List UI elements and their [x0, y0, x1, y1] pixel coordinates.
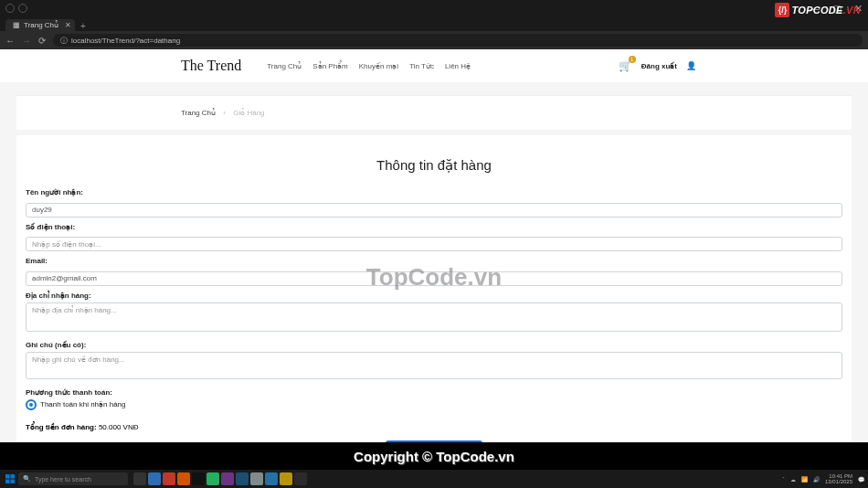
textarea-note[interactable] — [26, 352, 842, 379]
nav-back-icon[interactable]: ← — [5, 36, 15, 46]
nav-reload-icon[interactable]: ⟳ — [38, 36, 46, 46]
site-brand[interactable]: The Trend — [181, 58, 241, 74]
clock-date: 13/01/2025 — [825, 479, 852, 484]
taskbar-app-icon[interactable] — [236, 472, 249, 485]
browser-toolbar: ← → ⟳ ⓘ localhost/TheTrend/?act=dathang — [0, 31, 868, 49]
svg-rect-0 — [5, 474, 10, 479]
nav-forward-icon[interactable]: → — [22, 36, 31, 46]
logout-link[interactable]: Đăng xuất — [641, 62, 677, 70]
taskbar-app-icon[interactable] — [294, 472, 307, 485]
site-header: The Trend Trang Chủ Sản Phẩm Khuyến mại … — [0, 49, 868, 82]
taskbar-tray[interactable]: ˄ ☁ 📶 🔊 10:41 PM 13/01/2025 💬 — [782, 473, 864, 484]
user-icon[interactable]: 👤 — [686, 61, 696, 70]
label-email: Email: — [26, 257, 842, 265]
main-nav: Trang Chủ Sản Phẩm Khuyến mại Tin Tức Li… — [267, 62, 471, 70]
tray-chevron-up-icon[interactable]: ˄ — [782, 476, 785, 483]
order-total-value: 50.000 VNĐ — [99, 423, 139, 431]
input-phone[interactable] — [26, 237, 842, 251]
taskbar-app-icon[interactable] — [265, 472, 278, 485]
svg-rect-2 — [5, 480, 10, 484]
site-info-icon[interactable]: ⓘ — [60, 36, 68, 46]
cart-count-badge: 1 — [629, 56, 636, 63]
taskbar-app-icon[interactable] — [163, 472, 175, 485]
browser-tabs: ▦ Trang Chủ ✕ + — [0, 16, 868, 31]
breadcrumb-current: Giỏ Hàng — [233, 109, 264, 117]
breadcrumb-root[interactable]: Trang Chủ — [181, 109, 216, 117]
nav-link-home[interactable]: Trang Chủ — [267, 62, 302, 70]
label-address: Địa chỉ nhận hàng: — [26, 292, 842, 300]
window-menu-dots[interactable] — [5, 4, 27, 13]
cart-button[interactable]: 🛒 1 — [619, 59, 632, 72]
page-viewport: The Trend Trang Chủ Sản Phẩm Khuyến mại … — [0, 49, 868, 442]
topcode-corner-watermark: {/} TOPCODE.VN — [775, 3, 861, 17]
svg-rect-3 — [11, 480, 16, 484]
radio-cod[interactable]: Thanh toán khi nhận hàng — [26, 399, 842, 410]
tray-wifi-icon[interactable]: 📶 — [801, 476, 808, 483]
order-total: Tổng tiền đơn hàng: 50.000 VNĐ — [26, 423, 842, 431]
page-footer: Copyright © TopCode.vn — [0, 442, 868, 470]
tab-favicon-icon: ▦ — [13, 21, 20, 29]
taskbar-app-icon[interactable] — [192, 472, 205, 485]
taskbar-search[interactable]: 🔍 Type here to search — [18, 472, 128, 485]
start-button[interactable] — [4, 472, 16, 485]
tab-title: Trang Chủ — [24, 21, 58, 29]
address-bar[interactable]: ⓘ localhost/TheTrend/?act=dathang — [53, 34, 863, 47]
taskbar-app-icon[interactable] — [206, 472, 219, 485]
textarea-address[interactable] — [26, 302, 842, 332]
breadcrumb: Trang Chủ › Giỏ Hàng — [16, 95, 852, 130]
taskbar-clock[interactable]: 10:41 PM 13/01/2025 — [825, 473, 852, 484]
input-recipient-name[interactable] — [26, 203, 842, 217]
svg-rect-1 — [11, 474, 16, 479]
tray-volume-icon[interactable]: 🔊 — [813, 476, 820, 483]
taskbar-app-icon[interactable] — [133, 472, 146, 485]
taskbar-search-placeholder: Type here to search — [35, 476, 91, 483]
window-title-bar: — ▢ ✕ — [0, 0, 868, 16]
new-tab-button[interactable]: + — [80, 21, 86, 31]
nav-link-products[interactable]: Sản Phẩm — [312, 62, 347, 70]
search-icon: 🔍 — [23, 475, 31, 483]
browser-tab-active[interactable]: ▦ Trang Chủ ✕ — [5, 19, 75, 31]
tab-close-icon[interactable]: ✕ — [65, 21, 71, 29]
label-phone: Số điện thoại: — [26, 223, 842, 231]
order-total-label: Tổng tiền đơn hàng: — [26, 423, 97, 431]
radio-cod-label: Thanh toán khi nhận hàng — [40, 400, 126, 408]
taskbar-app-icon[interactable] — [221, 472, 234, 485]
label-note: Ghi chú (nếu có): — [26, 341, 842, 349]
taskbar-app-icon[interactable] — [148, 472, 161, 485]
chevron-right-icon: › — [223, 109, 226, 117]
page-title: Thông tin đặt hàng — [26, 157, 842, 174]
radio-checked-icon — [26, 399, 37, 410]
order-form-card: Thông tin đặt hàng Tên người nhận: Số đi… — [16, 135, 852, 479]
tray-notifications-icon[interactable]: 💬 — [858, 476, 864, 483]
nav-link-news[interactable]: Tin Tức — [409, 62, 434, 70]
tray-cloud-icon[interactable]: ☁ — [790, 476, 796, 483]
taskbar-pinned-apps — [133, 472, 307, 485]
taskbar-app-icon[interactable] — [280, 472, 292, 485]
label-payment-method: Phương thức thanh toán: — [26, 388, 842, 397]
address-bar-text: localhost/TheTrend/?act=dathang — [71, 37, 180, 45]
taskbar-app-icon[interactable] — [177, 472, 190, 485]
windows-taskbar[interactable]: 🔍 Type here to search ˄ ☁ 📶 🔊 10:41 PM 1… — [0, 470, 868, 488]
taskbar-app-icon[interactable] — [250, 472, 263, 485]
nav-link-contact[interactable]: Liên Hệ — [445, 62, 471, 70]
topcode-logo-icon: {/} — [775, 3, 789, 17]
label-recipient-name: Tên người nhận: — [26, 188, 842, 196]
input-email[interactable] — [26, 271, 842, 286]
nav-link-promo[interactable]: Khuyến mại — [359, 62, 398, 70]
